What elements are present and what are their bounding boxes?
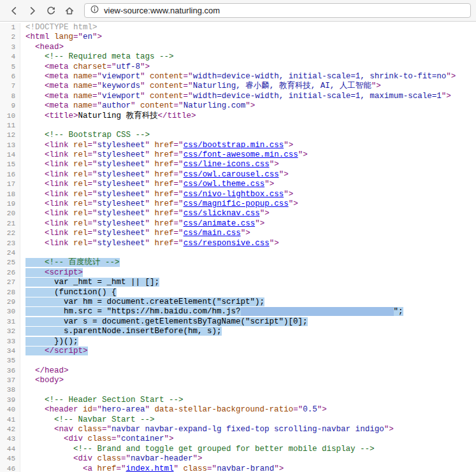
code-token [25, 396, 45, 404]
code-token: rel [73, 229, 88, 238]
line-content: <body> [20, 376, 64, 385]
source-line: 42 <nav class="navbar navbar-expand-lg f… [0, 425, 476, 434]
code-token: <script> [45, 268, 83, 277]
home-button[interactable] [61, 2, 78, 19]
resource-link[interactable]: css/main.css [184, 229, 241, 238]
source-code: 1<!DOCTYPE html>2<html lang="en">3 <head… [0, 22, 476, 472]
line-number: 4 [0, 52, 20, 62]
resource-link[interactable]: css/owl.carousel.css [184, 170, 279, 179]
reload-button[interactable] [42, 2, 59, 19]
forward-button[interactable] [24, 2, 41, 19]
resource-link[interactable]: css/animate.css [184, 219, 256, 228]
line-number: 15 [0, 160, 20, 169]
line-content: </head> [20, 366, 69, 376]
source-line: 10 <title>Naturling 教育科技</title> [0, 111, 476, 121]
back-button[interactable] [5, 2, 22, 19]
code-token: <meta [45, 62, 73, 71]
code-token: <link [45, 190, 73, 199]
code-token: <link [45, 199, 73, 208]
code-token: =" [293, 405, 303, 414]
line-content: <meta charset="utf-8"> [20, 62, 150, 72]
resource-link[interactable]: index.html [126, 464, 174, 472]
line-number: 29 [0, 297, 20, 307]
source-line: 11 [0, 121, 476, 131]
code-token [25, 170, 45, 179]
code-token: rel [73, 239, 88, 248]
resource-link[interactable]: css/nivo-lightbox.css [184, 190, 284, 199]
selection-highlight: (function() { [25, 288, 117, 297]
code-token [25, 258, 45, 267]
code-token: href [155, 160, 174, 169]
line-number: 12 [0, 131, 20, 140]
resource-link[interactable]: css/responsive.css [184, 239, 270, 248]
code-token: <!-- 百度统计 --> [45, 258, 120, 267]
code-token: width=device-width, initial-scale=1, shr… [193, 72, 447, 81]
line-content: var _hmt = _hmt || []; [20, 278, 159, 287]
source-line: 43 <div class="container"> [0, 434, 476, 444]
code-token [25, 111, 45, 120]
code-token: stylesheet [97, 141, 145, 150]
address-bar[interactable]: view-source:www.naturling.com [84, 3, 471, 18]
resource-link[interactable]: css/magnific-popup.css [184, 199, 289, 208]
code-token: stylesheet [97, 160, 145, 169]
code-token [25, 415, 54, 424]
source-line: 37 <body> [0, 376, 476, 385]
code-token: <nav [54, 425, 78, 434]
info-icon[interactable] [90, 4, 99, 17]
selection-highlight: var s = document.getElementsByTagName("s… [25, 317, 308, 326]
code-token: <link [45, 219, 73, 228]
line-content: <link rel="stylesheet" href="css/owl.car… [20, 170, 289, 180]
resource-link[interactable]: css/bootstrap.min.css [184, 141, 284, 150]
code-token: content [150, 72, 184, 81]
code-token: <html [25, 32, 54, 41]
source-line: 9 <meta name="author" content="Naturling… [0, 101, 476, 111]
code-token: stylesheet [97, 190, 145, 199]
code-token [25, 43, 35, 52]
resource-link[interactable]: css/line-icons.css [184, 160, 270, 169]
resource-link[interactable]: css/slicknav.css [184, 209, 260, 218]
source-line: 39 <!-- Header Section Start --> [0, 396, 476, 405]
code-token: =" [92, 405, 102, 414]
code-token: var s = document.getElementsByTagName("s… [25, 317, 308, 326]
source-line: 23 <link rel="stylesheet" href="css/resp… [0, 239, 476, 248]
code-token: =" [88, 239, 97, 248]
code-token: hm.src = "https://hm.baidu.com/hm.js? [25, 307, 241, 316]
code-token: id [83, 405, 92, 414]
resource-link[interactable]: css/owl.theme.css [184, 180, 265, 189]
source-line: 15 <link rel="stylesheet" href="css/line… [0, 160, 476, 169]
line-number: 2 [0, 32, 20, 42]
line-number: 20 [0, 209, 20, 218]
code-token: rel [73, 141, 88, 150]
code-token: content [140, 101, 174, 110]
code-token: stylesheet [97, 209, 145, 218]
resource-link[interactable]: css/font-awesome.min.css [184, 150, 298, 159]
line-content: <head> [20, 43, 64, 52]
code-token: =" [88, 141, 97, 150]
line-content: <script> [20, 268, 83, 278]
address-url: view-source:www.naturling.com [104, 6, 220, 15]
source-line: 33 })(); [0, 337, 476, 347]
code-token: =" [88, 170, 97, 179]
code-token: class [78, 425, 103, 434]
line-content: <!-- Header Section Start --> [20, 396, 184, 405]
code-token: =" [107, 62, 117, 71]
line-number: 17 [0, 180, 20, 189]
line-number: 7 [0, 82, 20, 91]
back-icon [9, 6, 19, 16]
code-token: href [155, 239, 174, 248]
line-number: 14 [0, 150, 20, 160]
selection-highlight: s.parentNode.insertBefore(hm, s); [25, 327, 222, 336]
source-line: 44 <!-- Brand and toggle get grouped for… [0, 445, 476, 454]
source-line: 13 <link rel="stylesheet" href="css/boot… [0, 141, 476, 150]
code-token: "> [384, 425, 394, 434]
line-content: <!-- Bootstrap CSS --> [20, 131, 150, 140]
code-token: <meta [45, 101, 73, 110]
code-token [25, 199, 45, 208]
code-token: navbar-brand [217, 464, 274, 472]
code-token: =" [88, 209, 97, 218]
code-token: (function() { [25, 288, 117, 297]
code-token: href [155, 170, 174, 179]
code-token: en [83, 32, 92, 41]
code-token: "; [394, 307, 403, 316]
source-line: 41 <!-- Navbar Start --> [0, 415, 476, 425]
